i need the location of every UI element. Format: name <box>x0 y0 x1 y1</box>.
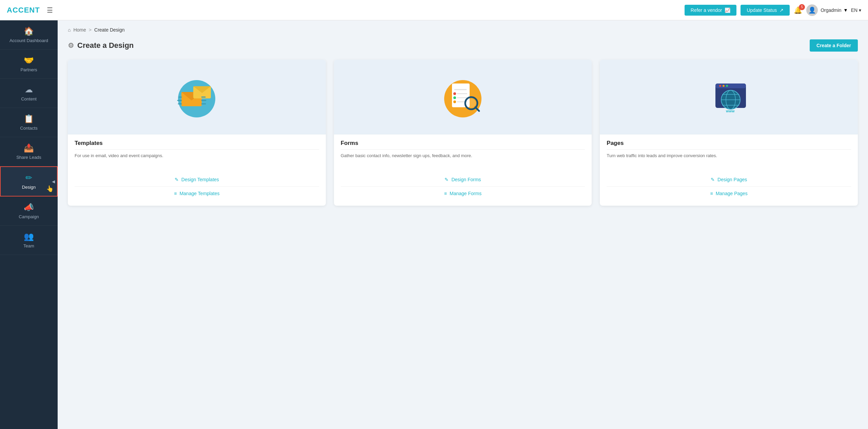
design-forms-button[interactable]: ✎ Design Forms <box>341 173 585 186</box>
sidebar-item-partners[interactable]: 🤝 Partners <box>0 50 58 79</box>
notification-bell[interactable]: 🔔 5 <box>794 6 802 14</box>
pages-card-title: Pages <box>607 140 851 150</box>
manage-pages-label: Manage Pages <box>716 191 748 196</box>
contacts-icon: 📋 <box>24 114 34 124</box>
sidebar-collapse-arrow: ◀ <box>52 179 55 184</box>
page-header: ⚙ Create a Design Create a Folder <box>68 39 858 52</box>
sidebar-label-contacts: Contacts <box>20 126 37 131</box>
svg-point-16 <box>453 96 456 99</box>
sidebar-label-design: Design <box>22 185 36 190</box>
sidebar-label-account-dashboard: Account Dashboard <box>9 38 48 43</box>
manage-pages-button[interactable]: ≡ Manage Pages <box>607 186 851 200</box>
sidebar-item-campaign[interactable]: 📣 Campaign <box>0 197 58 226</box>
breadcrumb-separator: > <box>89 27 92 33</box>
manage-templates-label: Manage Templates <box>179 191 219 196</box>
sidebar-label-partners: Partners <box>20 67 37 72</box>
templates-card-actions: ✎ Design Templates ≡ Manage Templates <box>75 173 319 200</box>
update-status-label: Update Status <box>747 7 777 13</box>
user-dropdown-icon: ▾ <box>844 7 847 13</box>
svg-point-25 <box>719 85 721 87</box>
app-logo: ACCENT <box>7 6 40 15</box>
sidebar-label-campaign: Campaign <box>19 214 39 219</box>
forms-card-body: Forms Gather basic contact info, newslet… <box>334 134 592 206</box>
forms-card-title: Forms <box>341 140 585 150</box>
page-title-text: Create a Design <box>77 41 134 50</box>
share-leads-icon: 📤 <box>24 143 34 153</box>
templates-card-desc: For use in email, video and event campai… <box>75 152 319 167</box>
design-icon: ✏ <box>25 173 32 183</box>
layout: 🏠 Account Dashboard 🤝 Partners ☁ Content… <box>0 20 868 429</box>
forms-card-actions: ✎ Design Forms ≡ Manage Forms <box>341 173 585 200</box>
main-content: ⌂ Home > Create Design ⚙ Create a Design… <box>58 20 868 429</box>
user-name: Orgadmin <box>821 7 841 13</box>
templates-illustration <box>173 73 220 121</box>
edit-icon: ✎ <box>445 177 449 182</box>
avatar: 👤 <box>806 4 818 16</box>
breadcrumb-home-link[interactable]: Home <box>73 27 86 33</box>
sidebar-item-account-dashboard[interactable]: 🏠 Account Dashboard <box>0 20 58 50</box>
page-title: ⚙ Create a Design <box>68 41 134 50</box>
pages-illustration: WWW <box>705 73 753 121</box>
templates-card: Templates For use in email, video and ev… <box>68 60 326 206</box>
create-folder-button[interactable]: Create a Folder <box>810 39 858 52</box>
update-icon: ↗ <box>780 7 784 13</box>
svg-point-18 <box>453 100 456 103</box>
svg-point-14 <box>453 92 456 95</box>
svg-point-26 <box>723 85 725 87</box>
pages-card-desc: Turn web traffic into leads and improve … <box>607 152 851 167</box>
svg-point-27 <box>726 85 728 87</box>
sidebar-item-design[interactable]: ✏ Design ◀ 👆 <box>0 166 58 197</box>
pages-card-actions: ✎ Design Pages ≡ Manage Pages <box>607 173 851 200</box>
notification-badge: 5 <box>799 4 805 10</box>
list-icon: ≡ <box>174 191 177 196</box>
partners-icon: 🤝 <box>24 56 34 65</box>
campaign-icon: 📣 <box>24 203 34 212</box>
pages-card-body: Pages Turn web traffic into leads and im… <box>600 134 858 206</box>
sidebar-label-team: Team <box>23 243 34 248</box>
pages-card-image: WWW <box>600 60 858 134</box>
refer-icon: 📈 <box>725 7 730 13</box>
team-icon: 👥 <box>24 232 34 241</box>
forms-illustration <box>439 73 487 121</box>
edit-icon: ✎ <box>711 177 715 182</box>
svg-text:WWW: WWW <box>726 110 735 113</box>
sidebar-item-team[interactable]: 👥 Team <box>0 226 58 255</box>
hamburger-menu[interactable]: ☰ <box>47 6 53 14</box>
pages-card: WWW Pages Turn web traffic into leads an… <box>600 60 858 206</box>
templates-card-body: Templates For use in email, video and ev… <box>68 134 326 206</box>
user-menu[interactable]: 👤 Orgadmin ▾ <box>806 4 847 16</box>
refer-vendor-button[interactable]: Refer a vendor 📈 <box>685 5 737 16</box>
edit-icon: ✎ <box>175 177 179 182</box>
sidebar-label-content: Content <box>21 96 37 101</box>
forms-card-desc: Gather basic contact info, newsletter si… <box>341 152 585 167</box>
design-pages-button[interactable]: ✎ Design Pages <box>607 173 851 186</box>
svg-point-21 <box>467 99 476 108</box>
design-templates-button[interactable]: ✎ Design Templates <box>75 173 319 186</box>
language-selector[interactable]: EN ▾ <box>851 7 861 13</box>
content-icon: ☁ <box>25 85 33 94</box>
design-templates-label: Design Templates <box>181 177 219 182</box>
language-dropdown-icon: ▾ <box>859 7 861 13</box>
sidebar-item-content[interactable]: ☁ Content <box>0 79 58 108</box>
home-icon: 🏠 <box>24 26 34 36</box>
design-forms-label: Design Forms <box>451 177 481 182</box>
forms-card-image <box>334 60 592 134</box>
gear-icon: ⚙ <box>68 41 74 50</box>
design-pages-label: Design Pages <box>717 177 747 182</box>
manage-forms-button[interactable]: ≡ Manage Forms <box>341 186 585 200</box>
list-icon: ≡ <box>710 191 713 196</box>
breadcrumb: ⌂ Home > Create Design <box>68 27 858 33</box>
templates-card-image <box>68 60 326 134</box>
cards-grid: Templates For use in email, video and ev… <box>68 60 858 206</box>
hand-cursor-icon: 👆 <box>46 185 54 192</box>
update-status-button[interactable]: Update Status ↗ <box>741 5 790 16</box>
manage-templates-button[interactable]: ≡ Manage Templates <box>75 186 319 200</box>
sidebar-item-share-leads[interactable]: 📤 Share Leads <box>0 137 58 166</box>
sidebar-item-contacts[interactable]: 📋 Contacts <box>0 108 58 137</box>
refer-vendor-label: Refer a vendor <box>691 7 722 13</box>
manage-forms-label: Manage Forms <box>450 191 481 196</box>
navbar: ACCENT ☰ Refer a vendor 📈 Update Status … <box>0 0 868 20</box>
templates-card-title: Templates <box>75 140 319 150</box>
sidebar: 🏠 Account Dashboard 🤝 Partners ☁ Content… <box>0 20 58 429</box>
breadcrumb-home-icon: ⌂ <box>68 27 71 33</box>
